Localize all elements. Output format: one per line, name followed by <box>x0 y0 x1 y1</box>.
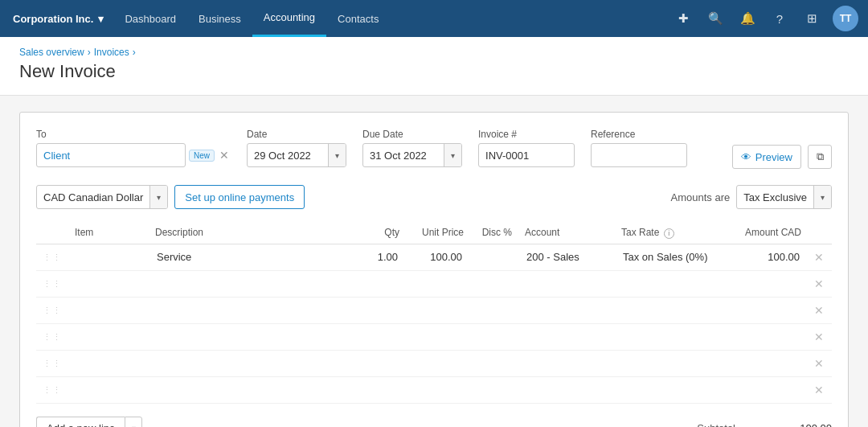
amounts-select[interactable]: Tax Exclusive ▾ <box>736 185 832 209</box>
delete-row-button[interactable]: ✕ <box>811 331 827 343</box>
delete-row-button[interactable]: ✕ <box>811 384 827 396</box>
drag-cell: ⋮⋮ <box>36 350 68 376</box>
grid-icon[interactable]: ⊞ <box>797 4 826 33</box>
brand[interactable]: Corporation Inc. ▾ <box>10 13 113 25</box>
disc-input[interactable] <box>473 352 515 375</box>
drag-handle[interactable]: ⋮⋮ <box>39 306 65 315</box>
qty-input[interactable] <box>361 379 403 401</box>
tax-rate-input[interactable] <box>618 246 732 269</box>
qty-cell <box>358 244 406 270</box>
due-date-dropdown-button[interactable]: ▾ <box>444 144 461 166</box>
disc-input[interactable] <box>473 379 515 401</box>
plus-icon[interactable]: ✚ <box>669 4 698 33</box>
invoice-num-input[interactable] <box>478 143 575 167</box>
description-cell <box>149 270 358 297</box>
description-input[interactable] <box>152 379 354 401</box>
avatar[interactable]: TT <box>833 6 858 31</box>
item-input[interactable] <box>72 379 145 401</box>
to-clear-button[interactable]: ✕ <box>218 147 231 163</box>
tax-rate-input[interactable] <box>618 352 732 375</box>
account-input[interactable] <box>522 299 612 322</box>
amount-input[interactable] <box>739 299 805 322</box>
disc-input[interactable] <box>473 326 515 348</box>
account-input[interactable] <box>522 326 612 348</box>
item-input[interactable] <box>72 246 145 269</box>
tax-rate-info-icon[interactable]: i <box>664 228 674 239</box>
qty-input[interactable] <box>361 246 403 269</box>
page-title: New Invoice <box>19 61 849 82</box>
delete-row-button[interactable]: ✕ <box>811 277 827 290</box>
unit-price-input[interactable] <box>409 299 467 322</box>
item-input[interactable] <box>72 299 145 322</box>
nav-business[interactable]: Business <box>187 0 252 37</box>
item-input[interactable] <box>72 352 145 375</box>
to-label: To <box>36 129 231 140</box>
qty-input[interactable] <box>361 273 403 295</box>
unit-price-input[interactable] <box>409 352 467 375</box>
item-input[interactable] <box>72 273 145 295</box>
description-input[interactable] <box>152 273 354 295</box>
amount-input[interactable] <box>739 379 805 401</box>
drag-handle[interactable]: ⋮⋮ <box>39 359 65 368</box>
date-input[interactable] <box>248 144 328 166</box>
table-row: ⋮⋮ ✕ <box>36 323 832 350</box>
to-input[interactable] <box>36 143 186 167</box>
tax-rate-input[interactable] <box>618 379 732 401</box>
search-icon[interactable]: 🔍 <box>701 4 730 33</box>
disc-input[interactable] <box>473 299 515 322</box>
drag-handle[interactable]: ⋮⋮ <box>39 385 65 395</box>
date-dropdown-button[interactable]: ▾ <box>328 144 346 166</box>
qty-input[interactable] <box>361 326 403 348</box>
amount-input[interactable] <box>739 273 805 295</box>
disc-input[interactable] <box>473 246 515 269</box>
breadcrumb-sales-overview[interactable]: Sales overview <box>19 47 84 58</box>
unit-price-input[interactable] <box>409 379 467 401</box>
to-new-badge: New <box>189 150 215 162</box>
due-date-input[interactable] <box>363 144 444 166</box>
account-input[interactable] <box>522 246 612 269</box>
breadcrumb-invoices[interactable]: Invoices <box>94 47 129 58</box>
add-line-dropdown-button[interactable]: ▾ <box>125 417 142 428</box>
preview-button[interactable]: 👁 Preview <box>732 145 801 169</box>
description-input[interactable] <box>152 299 354 322</box>
tax-rate-input[interactable] <box>618 273 732 295</box>
tax-rate-input[interactable] <box>618 326 732 348</box>
nav-accounting[interactable]: Accounting <box>252 0 326 37</box>
notification-icon[interactable]: 🔔 <box>733 4 762 33</box>
navbar: Corporation Inc. ▾ Dashboard Business Ac… <box>0 0 868 37</box>
account-input[interactable] <box>522 273 612 295</box>
setup-payments-button[interactable]: Set up online payments <box>174 185 305 209</box>
tax-rate-input[interactable] <box>618 299 732 322</box>
unit-price-input[interactable] <box>409 326 467 348</box>
disc-cell <box>470 323 518 350</box>
amount-input[interactable] <box>739 246 805 269</box>
qty-input[interactable] <box>361 352 403 375</box>
reference-input[interactable] <box>591 143 687 167</box>
item-input[interactable] <box>72 326 145 348</box>
disc-input[interactable] <box>473 273 515 295</box>
nav-dashboard[interactable]: Dashboard <box>113 0 187 37</box>
delete-row-button[interactable]: ✕ <box>811 251 827 264</box>
delete-row-button[interactable]: ✕ <box>811 357 827 370</box>
amount-input[interactable] <box>739 352 805 375</box>
add-new-line-button[interactable]: Add a new line <box>36 417 125 428</box>
nav-contacts[interactable]: Contacts <box>326 0 390 37</box>
unit-price-input[interactable] <box>409 246 467 269</box>
drag-handle[interactable]: ⋮⋮ <box>39 279 65 289</box>
amount-input[interactable] <box>739 326 805 348</box>
description-input[interactable] <box>152 352 354 375</box>
account-cell <box>518 297 615 323</box>
delete-row-button[interactable]: ✕ <box>811 304 827 317</box>
qty-input[interactable] <box>361 299 403 322</box>
description-input[interactable] <box>152 246 354 269</box>
delete-cell: ✕ <box>808 244 832 270</box>
description-input[interactable] <box>152 326 354 348</box>
account-input[interactable] <box>522 352 612 375</box>
drag-handle[interactable]: ⋮⋮ <box>39 253 65 262</box>
currency-select[interactable]: CAD Canadian Dollar ▾ <box>36 185 168 209</box>
drag-handle[interactable]: ⋮⋮ <box>39 332 65 342</box>
help-icon[interactable]: ? <box>765 4 794 33</box>
unit-price-input[interactable] <box>409 273 467 295</box>
copy-button[interactable]: ⧉ <box>808 145 832 169</box>
account-input[interactable] <box>522 379 612 401</box>
